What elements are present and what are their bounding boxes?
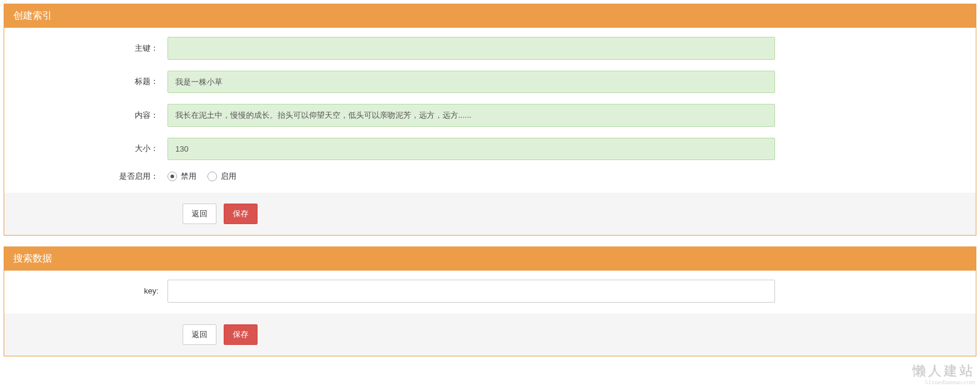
enabled-radio-enable[interactable]: 启用 bbox=[207, 171, 236, 182]
title-input[interactable] bbox=[167, 71, 775, 94]
radio-icon bbox=[167, 172, 177, 181]
search-data-form: key: 返回 保存 bbox=[4, 271, 976, 356]
key-input[interactable] bbox=[167, 280, 775, 303]
radio-icon bbox=[207, 172, 217, 181]
create-index-actions: 返回 保存 bbox=[4, 193, 976, 235]
primary-key-input[interactable] bbox=[167, 37, 775, 60]
create-index-panel-title: 创建索引 bbox=[4, 4, 976, 28]
create-index-form: 主键： 标题： 内容： 大小： 是否启用： bbox=[4, 28, 976, 235]
content-row: 内容： bbox=[13, 104, 967, 127]
search-data-panel: 搜索数据 key: 返回 保存 bbox=[4, 246, 976, 356]
size-input[interactable] bbox=[167, 138, 775, 161]
enabled-radio-disable[interactable]: 禁用 bbox=[167, 171, 196, 182]
search-data-actions: 返回 保存 bbox=[4, 313, 976, 356]
title-row: 标题： bbox=[13, 71, 967, 94]
size-row: 大小： bbox=[13, 138, 967, 161]
enabled-radio-disable-label: 禁用 bbox=[181, 171, 196, 182]
watermark: 懒人建站 51xuediannao.com bbox=[912, 364, 975, 371]
primary-key-label: 主键： bbox=[13, 43, 167, 54]
title-label: 标题： bbox=[13, 76, 167, 87]
enabled-radio-group: 禁用 启用 bbox=[167, 171, 775, 182]
create-index-panel: 创建索引 主键： 标题： 内容： 大小： 是否启用 bbox=[4, 4, 976, 236]
save-button[interactable]: 保存 bbox=[224, 204, 258, 224]
enabled-label: 是否启用： bbox=[13, 171, 167, 182]
content-label: 内容： bbox=[13, 110, 167, 121]
enabled-radio-enable-label: 启用 bbox=[221, 171, 236, 182]
enabled-row: 是否启用： 禁用 启用 bbox=[13, 171, 967, 182]
search-data-panel-title: 搜索数据 bbox=[4, 247, 976, 271]
save-button[interactable]: 保存 bbox=[224, 324, 258, 345]
back-button[interactable]: 返回 bbox=[183, 324, 216, 345]
key-label: key: bbox=[13, 286, 167, 295]
primary-key-row: 主键： bbox=[13, 37, 967, 60]
back-button[interactable]: 返回 bbox=[183, 204, 216, 224]
content-input[interactable] bbox=[167, 104, 775, 127]
watermark-text: 懒人建站 bbox=[912, 364, 975, 371]
size-label: 大小： bbox=[13, 143, 167, 154]
key-row: key: bbox=[13, 280, 967, 303]
